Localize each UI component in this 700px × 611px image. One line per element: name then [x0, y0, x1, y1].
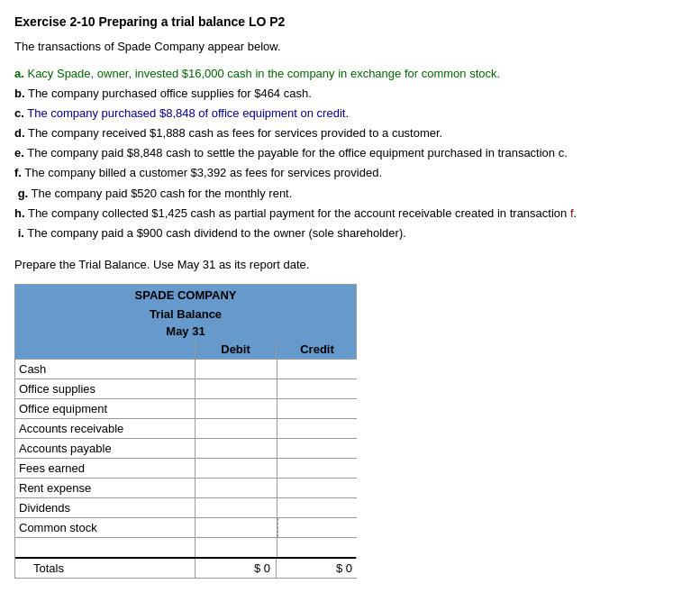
credit-input[interactable]: [277, 538, 359, 557]
account-name: Fees earned: [15, 459, 195, 478]
credit-input[interactable]: [277, 360, 359, 378]
transaction-d: d. The company received $1,888 cash as f…: [14, 123, 686, 143]
account-name: [15, 538, 195, 557]
credit-input[interactable]: [277, 498, 359, 517]
account-name: Rent expense: [15, 479, 195, 497]
debit-input[interactable]: [195, 498, 277, 517]
account-name: Office supplies: [15, 379, 195, 398]
table-row[interactable]: Accounts payable: [15, 438, 356, 458]
transaction-h: h. The company collected $1,425 cash as …: [14, 204, 686, 223]
table-row[interactable]: Cash: [15, 359, 356, 378]
table-row[interactable]: Office equipment: [15, 398, 356, 418]
transaction-f: f. The company billed a customer $3,392 …: [14, 163, 686, 183]
transaction-b: b. The company purchased office supplies…: [14, 84, 686, 104]
credit-input[interactable]: [277, 518, 359, 537]
debit-input[interactable]: [195, 360, 277, 378]
prepare-text: Prepare the Trial Balance. Use May 31 as…: [14, 258, 686, 271]
credit-input[interactable]: [277, 379, 359, 398]
credit-input[interactable]: [277, 479, 359, 497]
credit-input[interactable]: [277, 419, 359, 438]
transactions-list: a. Kacy Spade, owner, invested $16,000 c…: [14, 64, 686, 243]
report-type: Trial Balance: [15, 306, 356, 323]
credit-col-header: Credit: [277, 340, 358, 359]
debit-col-header: Debit: [195, 340, 277, 359]
credit-input[interactable]: [277, 459, 359, 478]
account-name: Cash: [15, 360, 195, 378]
debit-input[interactable]: [195, 538, 277, 557]
column-headers: Debit Credit: [15, 340, 356, 359]
report-date: May 31: [15, 323, 356, 340]
debit-input[interactable]: [195, 459, 277, 478]
table-row[interactable]: Rent expense: [15, 478, 356, 497]
account-name: Dividends: [15, 498, 195, 517]
credit-input[interactable]: [277, 439, 359, 458]
totals-credit: $ 0: [277, 559, 358, 578]
table-row[interactable]: Accounts receivable: [15, 418, 356, 438]
transaction-e: e. The company paid $8,848 cash to settl…: [14, 143, 686, 163]
account-name: Common stock: [15, 518, 195, 537]
debit-input[interactable]: [195, 518, 277, 537]
account-name: Office equipment: [15, 399, 195, 418]
totals-debit: $ 0: [195, 559, 277, 578]
debit-input[interactable]: [195, 399, 277, 418]
debit-input[interactable]: [195, 479, 277, 497]
table-row[interactable]: Office supplies: [15, 378, 356, 398]
table-row[interactable]: Dividends: [15, 497, 356, 517]
transaction-a: a. Kacy Spade, owner, invested $16,000 c…: [14, 64, 686, 84]
debit-input[interactable]: [195, 379, 277, 398]
totals-label: Totals: [15, 559, 195, 578]
debit-input[interactable]: [195, 419, 277, 438]
transaction-g: g. The company paid $520 cash for the mo…: [14, 184, 686, 204]
account-name: Accounts receivable: [15, 419, 195, 438]
transaction-i: i. The company paid a $900 cash dividend…: [14, 223, 686, 243]
intro-text: The transactions of Spade Company appear…: [14, 40, 686, 53]
credit-input[interactable]: [277, 399, 359, 418]
transaction-c: c. The company purchased $8,848 of offic…: [14, 104, 686, 123]
table-row[interactable]: [15, 537, 356, 557]
table-row[interactable]: Common stock: [15, 517, 356, 537]
table-row[interactable]: Fees earned: [15, 458, 356, 478]
account-name: Accounts payable: [15, 439, 195, 458]
debit-input[interactable]: [195, 439, 277, 458]
trial-balance-table: SPADE COMPANY Trial Balance May 31 Debit…: [14, 284, 357, 579]
totals-row: Totals $ 0 $ 0: [15, 557, 356, 578]
exercise-title: Exercise 2-10 Preparing a trial balance …: [14, 14, 686, 29]
account-col-header: [15, 340, 195, 359]
company-name: SPADE COMPANY: [15, 285, 356, 306]
